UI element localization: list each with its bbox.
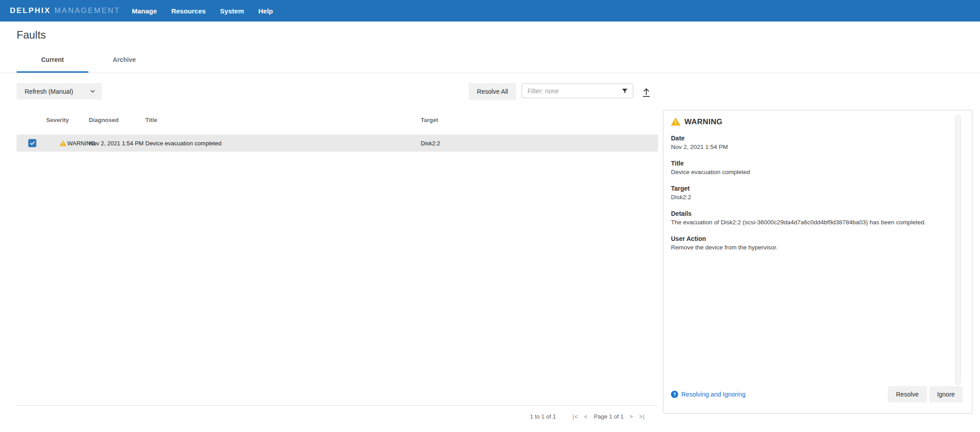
nav-item-help[interactable]: Help [258, 7, 273, 15]
filter-input[interactable] [527, 87, 621, 95]
prev-page-icon[interactable]: < [584, 413, 588, 420]
section-label: Target [671, 185, 954, 192]
tabs-divider [0, 73, 980, 73]
panel-footer: ? Resolving and Ignoring Resolve Ignore [663, 386, 972, 402]
faults-tabs: Current Archive [17, 56, 160, 73]
main-nav: Manage Resources System Help [132, 7, 273, 15]
table-row[interactable]: WARNING Nov 2, 2021 1:54 PM Device evacu… [17, 135, 658, 152]
chevron-down-icon [89, 88, 96, 95]
section-value: The evacuation of Disk2:2 (scsi-36000c29… [671, 219, 954, 227]
export-icon[interactable] [641, 86, 653, 99]
refresh-dropdown[interactable]: Refresh (Manual) [17, 83, 102, 100]
filter-funnel-icon[interactable] [621, 87, 628, 95]
pagination-bar: 1 to 1 of 1 |< < Page 1 of 1 > >| [17, 413, 645, 420]
refresh-dropdown-label: Refresh (Manual) [25, 88, 73, 95]
faults-table: Severity Diagnosed Title Target WA [17, 112, 658, 152]
table-bottom-divider [17, 405, 658, 406]
logo-brand: DELPHIX [10, 6, 51, 15]
panel-scrollbar[interactable] [955, 115, 961, 385]
panel-section-details: Details The evacuation of Disk2:2 (scsi-… [671, 210, 954, 227]
row-target-cell: Disk2:2 [421, 140, 658, 147]
panel-action-buttons: Resolve Ignore [888, 386, 963, 402]
ignore-button[interactable]: Ignore [929, 386, 963, 402]
warning-icon [671, 117, 680, 127]
section-label: User Action [671, 235, 954, 242]
nav-item-resources[interactable]: Resources [171, 7, 206, 15]
section-value: Device evacuation completed [671, 169, 954, 176]
section-value: Remove the device from the hypervisor. [671, 244, 954, 252]
logo-suffix: MANAGEMENT [54, 6, 120, 15]
column-header-severity: Severity [46, 117, 89, 123]
page-title: Faults [17, 29, 46, 41]
filter-field [522, 83, 633, 98]
row-title-cell: Device evacuation completed [145, 140, 421, 147]
row-diagnosed-cell: Nov 2, 2021 1:54 PM [89, 140, 145, 147]
delphix-logo: DELPHIX MANAGEMENT [10, 6, 120, 15]
tab-current[interactable]: Current [17, 56, 88, 73]
panel-header: WARNING [663, 110, 972, 127]
nav-item-system[interactable]: System [220, 7, 244, 15]
panel-section-user-action: User Action Remove the device from the h… [671, 235, 954, 252]
warning-icon [60, 140, 66, 147]
section-label: Date [671, 135, 954, 142]
column-header-target: Target [421, 117, 658, 123]
section-value: Disk2:2 [671, 194, 954, 201]
section-label: Title [671, 160, 954, 167]
faults-page: DELPHIX MANAGEMENT Manage Resources Syst… [0, 0, 980, 432]
panel-severity-heading: WARNING [684, 118, 723, 127]
row-checkbox-cell [17, 139, 46, 147]
pagination-page-label: Page 1 of 1 [594, 413, 624, 420]
section-label: Details [671, 210, 954, 217]
column-header-diagnosed: Diagnosed [89, 117, 145, 123]
last-page-icon[interactable]: >| [639, 413, 645, 420]
help-link-label: Resolving and Ignoring [681, 391, 745, 398]
panel-body: Date Nov 2, 2021 1:54 PM Title Device ev… [663, 127, 972, 251]
column-header-title: Title [145, 117, 421, 123]
help-icon: ? [671, 391, 678, 398]
top-navbar: DELPHIX MANAGEMENT Manage Resources Syst… [0, 0, 980, 22]
resolving-ignoring-link[interactable]: ? Resolving and Ignoring [671, 391, 745, 398]
table-header-row: Severity Diagnosed Title Target [17, 112, 658, 135]
tab-archive[interactable]: Archive [88, 56, 160, 73]
first-page-icon[interactable]: |< [572, 413, 578, 420]
nav-item-manage[interactable]: Manage [132, 7, 157, 15]
next-page-icon[interactable]: > [629, 413, 633, 420]
panel-section-target: Target Disk2:2 [671, 185, 954, 201]
section-value: Nov 2, 2021 1:54 PM [671, 144, 954, 151]
fault-detail-panel: WARNING Date Nov 2, 2021 1:54 PM Title D… [663, 110, 972, 414]
row-severity-cell: WARNING [46, 140, 89, 147]
panel-section-date: Date Nov 2, 2021 1:54 PM [671, 135, 954, 151]
row-checkbox[interactable] [28, 139, 36, 147]
panel-section-title: Title Device evacuation completed [671, 160, 954, 176]
resolve-all-button[interactable]: Resolve All [469, 83, 516, 100]
resolve-button[interactable]: Resolve [888, 386, 927, 402]
pagination-range: 1 to 1 of 1 [530, 413, 556, 420]
